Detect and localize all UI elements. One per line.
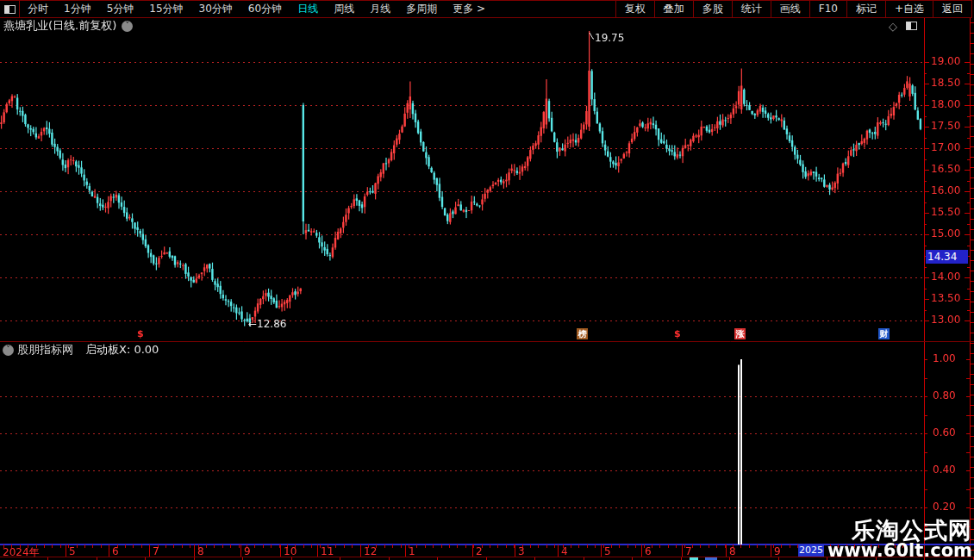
high-annotation: 19.75 (595, 32, 624, 44)
price-label-17.00: 17.00 (931, 141, 971, 153)
indicator-axis-label-1.00: 1.00 (933, 352, 972, 364)
watermark-url: www.60lt.com (827, 542, 972, 560)
tool-item-画线[interactable]: 画线 (771, 1, 809, 17)
chart-title[interactable]: 燕塘乳业(日线.前复权) (3, 18, 116, 34)
price-label-13.00: 13.00 (931, 314, 971, 326)
date-label-9: 9 (774, 545, 781, 557)
price-label-17.50: 17.50 (931, 120, 971, 132)
date-label-5: 5 (604, 545, 611, 557)
tool-item-叠加[interactable]: 叠加 (654, 1, 693, 17)
watermark-site-name: 乐淘公式网 (827, 519, 972, 542)
low-annotation: ←12.86 (248, 318, 286, 330)
date-label-1: 1 (409, 545, 415, 557)
price-label-18.00: 18.00 (931, 98, 971, 110)
date-label-8: 8 (197, 545, 204, 557)
chevron-down-icon[interactable]: ˅ (122, 21, 133, 32)
date-label-7: 7 (153, 545, 159, 557)
date-label-2: 2 (476, 545, 483, 557)
price-label-13.50: 13.50 (931, 292, 971, 304)
menu-item-1分钟[interactable]: 1分钟 (56, 2, 99, 16)
pane-split-icon[interactable] (906, 22, 917, 30)
date-label-12: 12 (364, 545, 377, 557)
tool-item-F10[interactable]: F10 (809, 1, 846, 17)
indicator-axis-label-0.60: 0.60 (933, 426, 972, 439)
chevron-down-icon[interactable]: ˅ (3, 345, 14, 356)
tool-item-多股[interactable]: 多股 (693, 1, 732, 17)
tool-item-复权[interactable]: 复权 (615, 1, 654, 17)
indicator-value: 0.00 (134, 343, 159, 356)
date-label-2024年: 2024年 (3, 545, 40, 560)
menu-item-日线[interactable]: 日线 (290, 2, 326, 16)
split-square-icon (4, 5, 16, 14)
menu-item-30分钟[interactable]: 30分钟 (191, 2, 240, 16)
period-menu: 分时1分钟5分钟15分钟30分钟60分钟日线周线月线多周期更多 > (20, 2, 493, 16)
candlestick-chart-canvas[interactable] (0, 0, 974, 560)
price-label-15.00: 15.00 (931, 227, 971, 240)
tool-item-标记[interactable]: 标记 (846, 1, 885, 17)
marker-涨[interactable]: 涨 (734, 328, 746, 339)
price-label-16.50: 16.50 (931, 163, 971, 175)
marker-财[interactable]: 财 (878, 328, 890, 339)
indicator-axis-label-0.20: 0.20 (933, 501, 972, 513)
title-icons: ◇ (889, 20, 917, 33)
tools-menu: 复权叠加多股统计画线F10标记+自选返回 (615, 1, 972, 17)
date-label-6: 6 (112, 545, 119, 557)
diamond-icon[interactable]: ◇ (889, 20, 897, 33)
marker-$[interactable]: $ (137, 328, 144, 339)
date-label-11: 11 (321, 545, 334, 557)
indicator-axis-label-0.80: 0.80 (933, 389, 972, 401)
tool-item-统计[interactable]: 统计 (732, 1, 771, 17)
price-label-16.00: 16.00 (931, 184, 971, 196)
watermark: 乐淘公式网 www.60lt.com (827, 519, 972, 560)
indicator-source[interactable]: 股朋指标网 (17, 342, 73, 358)
indicator-name: 启动板X (85, 343, 127, 356)
top-toolbar: 分时1分钟5分钟15分钟30分钟60分钟日线周线月线多周期更多 > 复权叠加多股… (0, 0, 972, 18)
indicator-name-value: 启动板X: 0.00 (85, 342, 159, 358)
marker-$[interactable]: $ (674, 328, 681, 339)
indicator-axis-label-0.40: 0.40 (933, 464, 972, 476)
menu-item-60分钟[interactable]: 60分钟 (240, 2, 290, 16)
menu-item-5分钟[interactable]: 5分钟 (99, 2, 142, 16)
last-price-tag: 14.34 (926, 250, 968, 264)
date-label-4: 4 (561, 545, 568, 557)
price-label-18.50: 18.50 (931, 77, 971, 89)
menu-item-15分钟[interactable]: 15分钟 (141, 2, 190, 16)
menu-item-多周期[interactable]: 多周期 (398, 2, 445, 16)
layout-split-icon[interactable] (0, 1, 20, 17)
date-label-8: 8 (729, 545, 736, 557)
marker-榜[interactable]: 榜 (577, 328, 588, 339)
chart-title-row: 燕塘乳业(日线.前复权) ˅ ◇ (0, 17, 924, 34)
date-label-9: 9 (244, 545, 251, 557)
year-tag: 2025 (798, 544, 824, 557)
date-label-3: 3 (518, 545, 525, 557)
price-label-19.00: 19.00 (931, 55, 971, 67)
tool-item-返回[interactable]: 返回 (933, 1, 972, 17)
tool-item-+自选[interactable]: +自选 (885, 1, 933, 17)
date-label-5: 5 (69, 545, 76, 557)
price-label-14.00: 14.00 (931, 271, 971, 283)
date-label-7: 7 (685, 545, 692, 557)
menu-item-分时[interactable]: 分时 (20, 2, 56, 16)
date-label-10: 10 (284, 545, 297, 557)
menu-item-周线[interactable]: 周线 (326, 2, 362, 16)
menu-item-月线[interactable]: 月线 (362, 2, 398, 16)
app-window: 分时1分钟5分钟15分钟30分钟60分钟日线周线月线多周期更多 > 复权叠加多股… (0, 0, 974, 560)
menu-item-更多 >[interactable]: 更多 > (445, 2, 493, 16)
date-label-6: 6 (645, 545, 652, 557)
indicator-header: ˅ 股朋指标网 启动板X: 0.00 (0, 343, 159, 357)
price-label-15.50: 15.50 (931, 206, 971, 218)
